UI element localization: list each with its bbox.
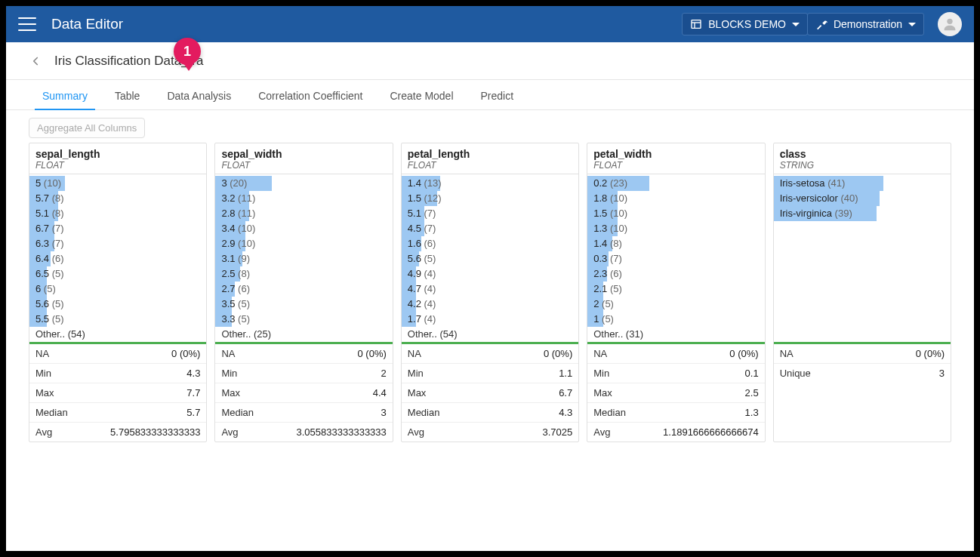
dist-row[interactable]: 5.7 (8) [29,191,206,206]
avatar[interactable] [938,12,962,36]
blocks-icon [690,18,702,30]
back-button[interactable] [29,54,42,68]
demo-label: Demonstration [834,18,902,30]
wrench-icon [815,18,827,30]
stat-row: Max4.4 [215,383,392,403]
column-card-petal_width: petal_widthFLOAT0.2 (23)1.8 (10)1.5 (10)… [587,143,765,442]
stat-row: Avg3.7025 [402,423,578,442]
column-type: FLOAT [221,160,386,171]
column-card-sepal_width: sepal_widthFLOAT3 (20)3.2 (11)2.8 (11)3.… [214,143,393,442]
tab-data-analysis[interactable]: Data Analysis [153,82,245,109]
stat-row: Min4.3 [29,364,206,383]
dist-row[interactable]: 6.3 (7) [29,236,206,251]
column-name: sepal_width [221,148,386,160]
dist-other[interactable]: Other.. (54) [29,327,206,342]
chevron-down-icon [908,23,916,26]
dist-row[interactable]: 3.3 (5) [215,312,392,327]
dist-row[interactable]: 2.9 (10) [215,236,392,251]
dist-row[interactable]: 5.6 (5) [29,297,206,312]
dist-row[interactable]: 1.4 (13) [402,176,578,191]
column-card-sepal_length: sepal_lengthFLOAT5 (10)5.7 (8)5.1 (8)6.7… [29,143,207,442]
column-type: STRING [780,160,945,171]
aggregate-button[interactable]: Aggregate All Columns [29,118,145,138]
dist-row[interactable]: 2.8 (11) [215,206,392,221]
dist-row[interactable]: 6.7 (7) [29,221,206,236]
dist-row[interactable]: 6 (5) [29,282,206,297]
dist-row[interactable]: 6.4 (6) [29,251,206,266]
dist-row[interactable]: 5.1 (8) [29,206,206,221]
stat-row: Max6.7 [402,383,578,403]
stat-row: Median1.3 [587,403,764,423]
stat-row: Min0.1 [587,364,764,383]
stat-row: Median4.3 [402,403,578,423]
chevron-down-icon [792,23,800,26]
tab-table[interactable]: Table [101,82,153,109]
stat-row: NA0 (0%) [215,344,392,364]
dist-row[interactable]: 2.1 (5) [587,282,764,297]
dist-other[interactable]: Other.. (31) [587,327,764,342]
dist-other[interactable]: Other.. (54) [402,327,578,342]
stat-row: Max7.7 [29,383,206,403]
dist-row[interactable]: 1.4 (8) [587,236,764,251]
dist-row[interactable]: 2.5 (8) [215,266,392,282]
stat-row: Avg5.795833333333333 [29,423,206,442]
dist-row[interactable]: 1.7 (4) [402,312,578,327]
dist-row[interactable]: 5.5 (5) [29,312,206,327]
dist-row[interactable]: Iris-versicolor (40) [774,191,951,206]
tab-correlation-coefficient[interactable]: Correlation Coefficient [245,82,376,109]
stat-row: Avg3.055833333333333 [215,423,392,442]
dist-row[interactable]: 0.3 (7) [587,251,764,266]
dist-row[interactable]: 2 (5) [587,297,764,312]
dist-row[interactable]: 1.5 (10) [587,206,764,221]
column-type: FLOAT [593,160,758,171]
dist-row[interactable]: 2.7 (6) [215,282,392,297]
dist-row[interactable]: 4.2 (4) [402,297,578,312]
dist-row[interactable]: 4.7 (4) [402,282,578,297]
dist-row[interactable]: 0.2 (23) [587,176,764,191]
dist-row[interactable]: 1.3 (10) [587,221,764,236]
stat-row: Median5.7 [29,403,206,423]
user-icon [941,16,958,32]
dist-row[interactable]: 3.5 (5) [215,297,392,312]
stat-row: NA0 (0%) [587,344,764,364]
dist-row[interactable]: 1.5 (12) [402,191,578,206]
column-type: FLOAT [408,160,572,171]
dist-row[interactable]: Iris-virginica (39) [774,206,951,221]
dist-row[interactable]: 3.4 (10) [215,221,392,236]
dist-row[interactable]: 6.5 (5) [29,266,206,282]
stat-row: NA0 (0%) [29,344,206,364]
dist-row[interactable]: 5.6 (5) [402,251,578,266]
column-type: FLOAT [35,160,200,171]
dist-row[interactable]: Iris-setosa (41) [774,176,951,191]
dist-row[interactable]: 1 (5) [587,312,764,327]
topbar: Data Editor BLOCKS DEMO Demonstration [6,6,974,42]
project-label: BLOCKS DEMO [708,18,786,30]
tab-predict[interactable]: Predict [467,82,528,109]
dist-row[interactable]: 4.9 (4) [402,266,578,282]
dist-row[interactable]: 1.8 (10) [587,191,764,206]
tab-bar: SummaryTableData AnalysisCorrelation Coe… [6,80,974,110]
dist-row[interactable]: 4.5 (7) [402,221,578,236]
tab-create-model[interactable]: Create Model [376,82,467,109]
dist-row[interactable]: 3 (20) [215,176,392,191]
dist-row[interactable]: 5 (10) [29,176,206,191]
column-name: sepal_length [35,148,200,160]
stat-row: NA0 (0%) [774,344,951,364]
stat-row: Unique3 [774,364,951,383]
tab-summary[interactable]: Summary [29,82,101,109]
dist-row[interactable]: 1.6 (6) [402,236,578,251]
page-title: Iris Classification Data_tra [54,54,203,69]
dist-row[interactable]: 2.3 (6) [587,266,764,282]
app-title: Data Editor [51,16,682,32]
chevron-left-icon [29,54,42,68]
stat-row: NA0 (0%) [402,344,578,364]
demo-dropdown[interactable]: Demonstration [807,13,924,35]
dist-row[interactable]: 3.2 (11) [215,191,392,206]
dist-other[interactable]: Other.. (25) [215,327,392,342]
dist-row[interactable]: 5.1 (7) [402,206,578,221]
project-dropdown[interactable]: BLOCKS DEMO [682,13,808,35]
menu-icon[interactable] [18,17,36,31]
column-name: class [780,148,945,160]
dist-row[interactable]: 3.1 (9) [215,251,392,266]
stat-row: Max2.5 [587,383,764,403]
